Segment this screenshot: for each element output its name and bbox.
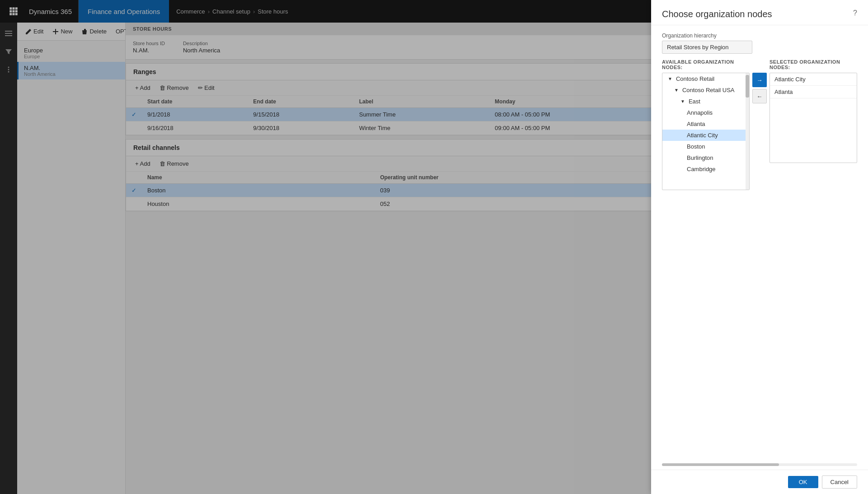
dialog-header: Choose organization nodes ? bbox=[651, 0, 868, 25]
node-label: Burlington bbox=[687, 154, 713, 161]
tree-scrollbar[interactable] bbox=[746, 73, 749, 190]
dialog-footer: OK Cancel bbox=[651, 470, 868, 494]
selected-nodes-list[interactable]: Atlantic City Atlanta bbox=[769, 73, 857, 163]
collapse-icon: ▼ bbox=[680, 99, 685, 104]
tree-node-contoso-retail-usa[interactable]: ▼ Contoso Retail USA bbox=[662, 84, 749, 96]
tree-node-contoso-retail[interactable]: ▼ Contoso Retail bbox=[662, 73, 749, 84]
dialog-body: Organization hierarchy Retail Stores by … bbox=[651, 25, 868, 460]
node-label: East bbox=[689, 98, 700, 105]
node-label: Cambridge bbox=[687, 166, 716, 172]
cancel-button[interactable]: Cancel bbox=[822, 475, 857, 489]
transfer-buttons: → ← bbox=[750, 59, 769, 452]
tree-node-atlantic-city[interactable]: Atlantic City bbox=[662, 130, 749, 141]
collapse-icon: ▼ bbox=[674, 88, 679, 93]
available-col-header: AVAILABLE ORGANIZATION NODES: bbox=[662, 59, 750, 73]
tree-node-burlington[interactable]: Burlington bbox=[662, 152, 749, 163]
transfer-back-button[interactable]: ← bbox=[752, 89, 767, 103]
hierarchy-label: Organization hierarchy bbox=[662, 33, 857, 39]
selected-col-header: SELECTED ORGANIZATION NODES: bbox=[769, 59, 857, 73]
collapse-icon: ▼ bbox=[668, 76, 672, 81]
dialog-title: Choose organization nodes bbox=[662, 9, 772, 19]
tree-node-atlanta[interactable]: Atlanta bbox=[662, 118, 749, 130]
choose-org-nodes-dialog: Choose organization nodes ? Organization… bbox=[651, 0, 868, 494]
dialog-scrollbar-thumb[interactable] bbox=[662, 463, 779, 466]
org-tree[interactable]: ▼ Contoso Retail ▼ Contoso Retail USA ▼ … bbox=[662, 73, 750, 190]
dialog-close-button[interactable]: ? bbox=[853, 9, 857, 17]
node-label: Contoso Retail bbox=[676, 75, 714, 82]
node-label: Annapolis bbox=[687, 109, 713, 116]
node-label: Atlantic City bbox=[687, 132, 718, 139]
dialog-footer-scrollbar-area bbox=[651, 460, 868, 470]
node-label: Contoso Retail USA bbox=[682, 87, 735, 93]
selected-node-atlanta[interactable]: Atlanta bbox=[770, 86, 857, 98]
tree-scrollbar-thumb[interactable] bbox=[746, 75, 749, 98]
available-col: AVAILABLE ORGANIZATION NODES: ▼ Contoso … bbox=[662, 59, 750, 452]
transfer-forward-button[interactable]: → bbox=[752, 73, 767, 87]
ok-button[interactable]: OK bbox=[788, 476, 818, 488]
tree-node-annapolis[interactable]: Annapolis bbox=[662, 107, 749, 118]
dialog-scrollbar[interactable] bbox=[662, 463, 857, 466]
node-label: Atlanta bbox=[687, 121, 705, 127]
node-label: Boston bbox=[687, 143, 705, 150]
dialog-columns: AVAILABLE ORGANIZATION NODES: ▼ Contoso … bbox=[662, 59, 857, 452]
hierarchy-input: Retail Stores by Region bbox=[662, 41, 752, 54]
selected-node-atlantic-city[interactable]: Atlantic City bbox=[770, 73, 857, 86]
selected-col: SELECTED ORGANIZATION NODES: Atlantic Ci… bbox=[769, 59, 857, 452]
tree-node-cambridge[interactable]: Cambridge bbox=[662, 163, 749, 175]
tree-node-boston[interactable]: Boston bbox=[662, 141, 749, 152]
tree-node-east[interactable]: ▼ East bbox=[662, 96, 749, 107]
hierarchy-section: Organization hierarchy Retail Stores by … bbox=[662, 33, 857, 54]
